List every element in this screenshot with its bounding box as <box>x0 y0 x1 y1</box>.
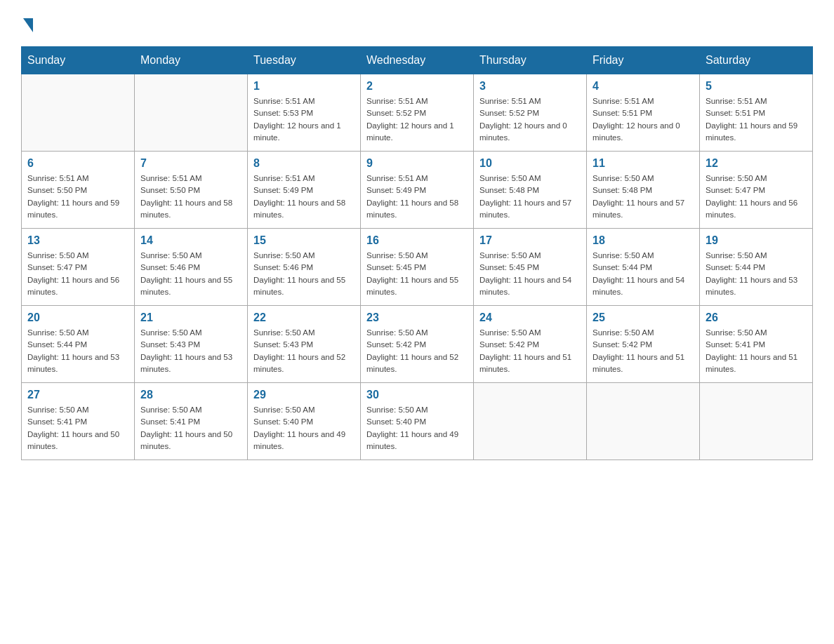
daylight-text: Daylight: 11 hours and 54 minutes. <box>593 274 694 299</box>
calendar-cell: 14Sunrise: 5:50 AMSunset: 5:46 PMDayligh… <box>135 229 248 306</box>
weekday-header-wednesday: Wednesday <box>361 47 474 74</box>
day-info: Sunrise: 5:50 AMSunset: 5:45 PMDaylight:… <box>366 250 468 298</box>
logo-arrow-icon <box>23 18 33 32</box>
daylight-text: Daylight: 12 hours and 1 minute. <box>366 120 468 145</box>
day-number: 10 <box>479 157 581 170</box>
sunset-text: Sunset: 5:47 PM <box>706 185 807 196</box>
day-number: 15 <box>253 234 355 247</box>
day-info: Sunrise: 5:50 AMSunset: 5:43 PMDaylight:… <box>140 327 241 375</box>
calendar-cell: 16Sunrise: 5:50 AMSunset: 5:45 PMDayligh… <box>361 229 474 306</box>
day-info: Sunrise: 5:51 AMSunset: 5:53 PMDaylight:… <box>253 95 355 144</box>
day-number: 24 <box>479 311 581 324</box>
day-number: 22 <box>253 311 355 324</box>
day-info: Sunrise: 5:51 AMSunset: 5:50 PMDaylight:… <box>140 173 241 221</box>
day-number: 2 <box>366 80 468 93</box>
day-number: 19 <box>706 234 807 247</box>
sunrise-text: Sunrise: 5:50 AM <box>27 404 128 416</box>
daylight-text: Daylight: 11 hours and 49 minutes. <box>253 429 355 453</box>
calendar-cell <box>700 383 813 460</box>
day-number: 8 <box>253 157 355 170</box>
sunset-text: Sunset: 5:46 PM <box>140 262 241 274</box>
sunset-text: Sunset: 5:50 PM <box>140 185 241 196</box>
daylight-text: Daylight: 11 hours and 58 minutes. <box>140 197 241 222</box>
sunset-text: Sunset: 5:50 PM <box>27 185 128 196</box>
day-info: Sunrise: 5:51 AMSunset: 5:49 PMDaylight:… <box>366 173 468 221</box>
weekday-header-tuesday: Tuesday <box>248 47 361 74</box>
daylight-text: Daylight: 11 hours and 57 minutes. <box>479 197 581 222</box>
sunrise-text: Sunrise: 5:50 AM <box>479 173 581 185</box>
calendar-cell: 18Sunrise: 5:50 AMSunset: 5:44 PMDayligh… <box>587 229 700 306</box>
day-info: Sunrise: 5:50 AMSunset: 5:48 PMDaylight:… <box>593 173 694 221</box>
sunset-text: Sunset: 5:41 PM <box>706 339 807 351</box>
sunrise-text: Sunrise: 5:50 AM <box>366 327 468 339</box>
calendar-cell: 20Sunrise: 5:50 AMSunset: 5:44 PMDayligh… <box>22 306 135 383</box>
day-number: 26 <box>706 311 807 324</box>
day-info: Sunrise: 5:50 AMSunset: 5:42 PMDaylight:… <box>593 327 694 375</box>
day-info: Sunrise: 5:50 AMSunset: 5:44 PMDaylight:… <box>27 327 128 375</box>
daylight-text: Daylight: 11 hours and 50 minutes. <box>140 429 241 453</box>
day-info: Sunrise: 5:50 AMSunset: 5:46 PMDaylight:… <box>140 250 241 298</box>
sunrise-text: Sunrise: 5:51 AM <box>706 95 807 107</box>
sunset-text: Sunset: 5:42 PM <box>593 339 694 351</box>
daylight-text: Daylight: 11 hours and 55 minutes. <box>366 274 468 299</box>
calendar-cell: 7Sunrise: 5:51 AMSunset: 5:50 PMDaylight… <box>135 152 248 229</box>
day-info: Sunrise: 5:50 AMSunset: 5:41 PMDaylight:… <box>706 327 807 375</box>
day-number: 29 <box>253 389 355 401</box>
sunset-text: Sunset: 5:51 PM <box>593 107 694 119</box>
sunset-text: Sunset: 5:42 PM <box>366 339 468 351</box>
calendar-cell: 1Sunrise: 5:51 AMSunset: 5:53 PMDaylight… <box>248 74 361 152</box>
sunrise-text: Sunrise: 5:50 AM <box>27 327 128 339</box>
calendar-cell: 28Sunrise: 5:50 AMSunset: 5:41 PMDayligh… <box>135 383 248 460</box>
daylight-text: Daylight: 12 hours and 1 minute. <box>253 120 355 145</box>
calendar-cell: 10Sunrise: 5:50 AMSunset: 5:48 PMDayligh… <box>474 152 587 229</box>
daylight-text: Daylight: 11 hours and 52 minutes. <box>253 351 355 376</box>
calendar-cell: 8Sunrise: 5:51 AMSunset: 5:49 PMDaylight… <box>248 152 361 229</box>
sunset-text: Sunset: 5:44 PM <box>27 339 128 351</box>
calendar-cell: 11Sunrise: 5:50 AMSunset: 5:48 PMDayligh… <box>587 152 700 229</box>
day-info: Sunrise: 5:50 AMSunset: 5:46 PMDaylight:… <box>253 250 355 298</box>
sunset-text: Sunset: 5:52 PM <box>479 107 581 119</box>
day-number: 30 <box>366 389 468 401</box>
weekday-header-monday: Monday <box>135 47 248 74</box>
calendar-cell: 23Sunrise: 5:50 AMSunset: 5:42 PMDayligh… <box>361 306 474 383</box>
day-number: 18 <box>593 234 694 247</box>
day-info: Sunrise: 5:50 AMSunset: 5:48 PMDaylight:… <box>479 173 581 221</box>
sunrise-text: Sunrise: 5:50 AM <box>366 250 468 262</box>
sunrise-text: Sunrise: 5:50 AM <box>366 404 468 416</box>
day-info: Sunrise: 5:50 AMSunset: 5:41 PMDaylight:… <box>140 404 241 452</box>
calendar-week-2: 6Sunrise: 5:51 AMSunset: 5:50 PMDaylight… <box>22 152 813 229</box>
calendar-cell: 22Sunrise: 5:50 AMSunset: 5:43 PMDayligh… <box>248 306 361 383</box>
calendar-cell: 24Sunrise: 5:50 AMSunset: 5:42 PMDayligh… <box>474 306 587 383</box>
calendar-cell <box>587 383 700 460</box>
calendar-cell <box>135 74 248 152</box>
day-number: 17 <box>479 234 581 247</box>
sunrise-text: Sunrise: 5:50 AM <box>253 404 355 416</box>
day-number: 21 <box>140 311 241 324</box>
sunset-text: Sunset: 5:43 PM <box>140 339 241 351</box>
calendar-cell: 19Sunrise: 5:50 AMSunset: 5:44 PMDayligh… <box>700 229 813 306</box>
day-info: Sunrise: 5:50 AMSunset: 5:47 PMDaylight:… <box>27 250 128 298</box>
weekday-header-saturday: Saturday <box>700 47 813 74</box>
day-number: 27 <box>27 389 128 401</box>
sunrise-text: Sunrise: 5:50 AM <box>706 250 807 262</box>
day-info: Sunrise: 5:50 AMSunset: 5:40 PMDaylight:… <box>253 404 355 452</box>
sunset-text: Sunset: 5:49 PM <box>253 185 355 196</box>
day-info: Sunrise: 5:50 AMSunset: 5:47 PMDaylight:… <box>706 173 807 221</box>
calendar-week-1: 1Sunrise: 5:51 AMSunset: 5:53 PMDaylight… <box>22 74 813 152</box>
calendar-cell: 12Sunrise: 5:50 AMSunset: 5:47 PMDayligh… <box>700 152 813 229</box>
sunrise-text: Sunrise: 5:50 AM <box>479 327 581 339</box>
day-number: 13 <box>27 234 128 247</box>
calendar-cell <box>22 74 135 152</box>
sunrise-text: Sunrise: 5:51 AM <box>593 95 694 107</box>
sunset-text: Sunset: 5:42 PM <box>479 339 581 351</box>
day-number: 7 <box>140 157 241 170</box>
sunset-text: Sunset: 5:44 PM <box>593 262 694 274</box>
daylight-text: Daylight: 11 hours and 51 minutes. <box>593 351 694 376</box>
sunrise-text: Sunrise: 5:50 AM <box>593 173 694 185</box>
calendar-cell: 29Sunrise: 5:50 AMSunset: 5:40 PMDayligh… <box>248 383 361 460</box>
calendar-week-5: 27Sunrise: 5:50 AMSunset: 5:41 PMDayligh… <box>22 383 813 460</box>
daylight-text: Daylight: 11 hours and 55 minutes. <box>253 274 355 299</box>
daylight-text: Daylight: 11 hours and 55 minutes. <box>140 274 241 299</box>
sunset-text: Sunset: 5:43 PM <box>253 339 355 351</box>
sunset-text: Sunset: 5:48 PM <box>479 185 581 196</box>
